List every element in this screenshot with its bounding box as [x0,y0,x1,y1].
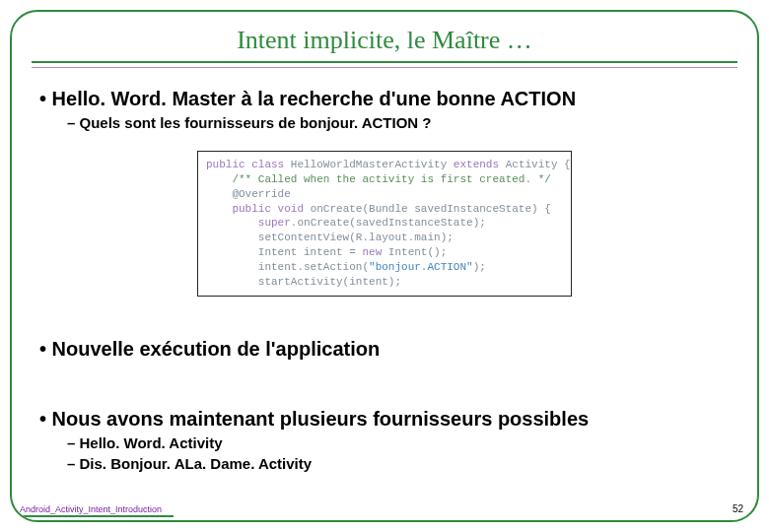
footer-underline [20,515,174,517]
bullet-1-sub-1: Quels sont les fournisseurs de bonjour. … [39,112,730,133]
content-area: Hello. Word. Master à la recherche d'une… [12,76,757,474]
footer-source: Android_Activity_Intent_Introduction [20,504,162,514]
bullet-3-sub-2: Dis. Bonjour. ALa. Dame. Activity [39,453,730,474]
bullet-1: Hello. Word. Master à la recherche d'une… [39,82,730,112]
bullet-2: Nouvelle exécution de l'application [39,332,730,363]
title-divider-green [32,61,737,63]
code-kw: public class [206,159,284,170]
slide-frame: Intent implicite, le Maître … Hello. Wor… [10,10,759,522]
bullet-3: Nous avons maintenant plusieurs fourniss… [39,402,730,432]
code-string: "bonjour.ACTION" [369,261,473,273]
code-snippet: public class HelloWorldMasterActivity ex… [197,151,572,297]
code-comment: /** Called when the activity is first cr… [206,173,551,185]
bullet-3-sub-1: Hello. Word. Activity [39,432,730,453]
title-divider-purple [32,67,737,68]
page-number: 52 [733,503,743,514]
slide-title: Intent implicite, le Maître … [12,12,757,61]
